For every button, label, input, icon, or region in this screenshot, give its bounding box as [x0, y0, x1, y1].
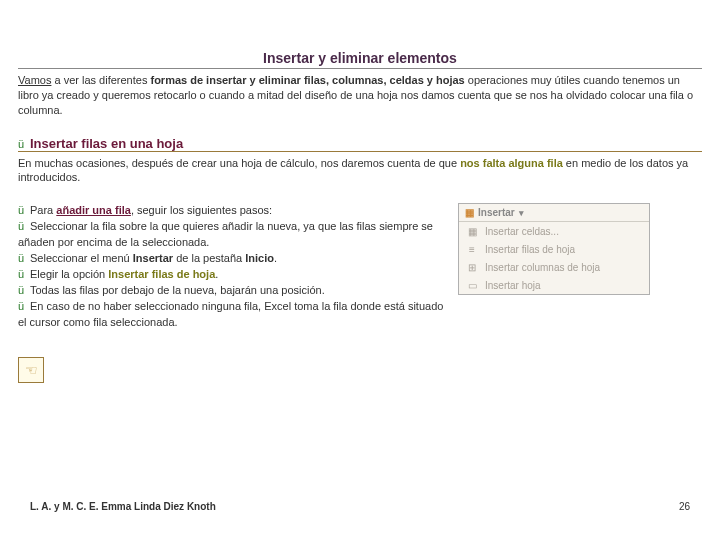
subheading: Insertar filas en una hoja: [30, 136, 183, 151]
check-icon: ü: [18, 251, 30, 267]
menu-item-label: Insertar columnas de hoja: [485, 262, 600, 273]
step-pre: Para: [30, 204, 56, 216]
menu-item: ⊞ Insertar columnas de hoja: [459, 258, 649, 276]
menu-header: ▦ Insertar ▾: [459, 204, 649, 222]
menu-item-label: Insertar celdas...: [485, 226, 559, 237]
step-text: Seleccionar la fila sobre la que quieres…: [18, 220, 433, 248]
insert-column-icon: ⊞: [465, 261, 479, 273]
check-icon: ü: [18, 219, 30, 235]
subheading-row: üInsertar filas en una hoja: [18, 136, 702, 152]
step-text: En caso de no haber seleccionado ninguna…: [18, 300, 443, 328]
list-item: üElegir la opción Insertar filas de hoja…: [18, 267, 448, 283]
page-title: Insertar y eliminar elementos: [18, 50, 702, 69]
menu-header-label: Insertar: [478, 207, 515, 218]
excel-insert-menu: ▦ Insertar ▾ ▦ Insertar celdas... ≡ Inse…: [458, 203, 650, 295]
menu-item: ≡ Insertar filas de hoja: [459, 240, 649, 258]
step-pre: Seleccionar el menú: [30, 252, 133, 264]
intro-underline: Vamos: [18, 74, 51, 86]
list-item: üTodas las filas por debajo de la nueva,…: [18, 283, 448, 299]
insert-row-icon: ≡: [465, 243, 479, 255]
check-icon: ü: [18, 267, 30, 283]
check-icon: ü: [18, 283, 30, 299]
step-bold: Inicio: [245, 252, 274, 264]
list-item: üPara añadir una fila, seguir los siguie…: [18, 203, 448, 219]
steps-list: üPara añadir una fila, seguir los siguie…: [18, 203, 448, 383]
page-footer: L. A. y M. C. E. Emma Linda Diez Knoth 2…: [30, 501, 690, 512]
step-bold: Insertar: [133, 252, 173, 264]
step-text: Todas las filas por debajo de la nueva, …: [30, 284, 325, 296]
page-number: 26: [679, 501, 690, 512]
step-post: , seguir los siguientes pasos:: [131, 204, 272, 216]
insert-sheet-icon: ▭: [465, 279, 479, 291]
intro-bold: formas de insertar y eliminar filas, col…: [150, 74, 464, 86]
menu-item-label: Insertar hoja: [485, 280, 541, 291]
step-highlight: Insertar filas de hoja: [108, 268, 215, 280]
intro-paragraph: Vamos a ver las diferentes formas de ins…: [18, 73, 702, 118]
para-highlight: nos falta alguna fila: [460, 157, 563, 169]
para-t1: En muchas ocasiones, después de crear un…: [18, 157, 460, 169]
intro-t1: a ver las diferentes: [51, 74, 150, 86]
menu-item: ▭ Insertar hoja: [459, 276, 649, 294]
step-pre: Elegir la opción: [30, 268, 108, 280]
insert-cells-icon: ▦: [465, 225, 479, 237]
list-item: üEn caso de no haber seleccionado ningun…: [18, 299, 448, 331]
step-highlight: añadir una fila: [56, 204, 131, 216]
hand-pointer-icon: ☜: [18, 357, 44, 383]
sub-paragraph: En muchas ocasiones, después de crear un…: [18, 156, 702, 186]
step-mid: de la pestaña: [173, 252, 245, 264]
insert-cells-icon: ▦: [465, 207, 474, 218]
menu-item-label: Insertar filas de hoja: [485, 244, 575, 255]
chevron-down-icon: ▾: [519, 208, 524, 218]
step-post: .: [215, 268, 218, 280]
author-name: L. A. y M. C. E. Emma Linda Diez Knoth: [30, 501, 216, 512]
list-item: üSeleccionar la fila sobre la que quiere…: [18, 219, 448, 251]
list-item: üSeleccionar el menú Insertar de la pest…: [18, 251, 448, 267]
check-icon: ü: [18, 138, 30, 150]
check-icon: ü: [18, 203, 30, 219]
step-post: .: [274, 252, 277, 264]
menu-item: ▦ Insertar celdas...: [459, 222, 649, 240]
check-icon: ü: [18, 299, 30, 315]
